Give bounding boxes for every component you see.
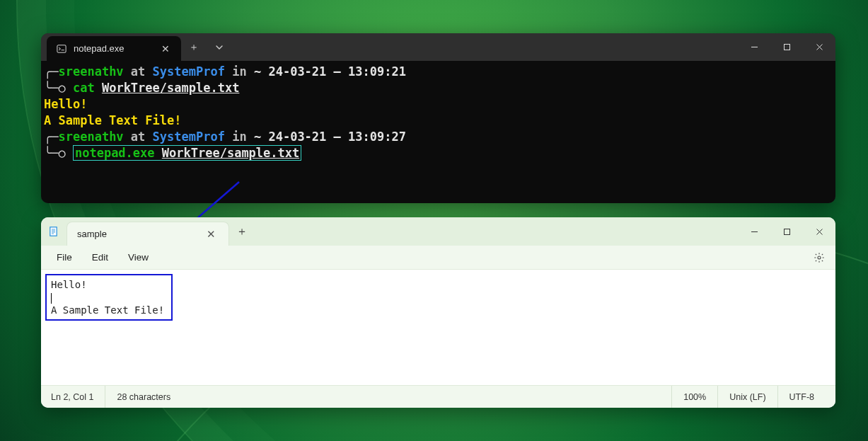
- svg-rect-0: [57, 45, 66, 52]
- svg-rect-4: [51, 228, 57, 236]
- new-tab-button[interactable]: ＋: [229, 217, 255, 246]
- settings-button[interactable]: [810, 248, 828, 267]
- status-zoom[interactable]: 100%: [671, 386, 717, 408]
- new-tab-button[interactable]: ＋: [181, 33, 207, 61]
- titlebar-spacer[interactable]: [232, 33, 738, 61]
- maximize-button[interactable]: [770, 217, 803, 246]
- terminal-tab-title: notepad.exe: [74, 43, 125, 54]
- terminal-window: notepad.exe ✕ ＋ ╭─sreenathv at SystemPro…: [41, 33, 835, 203]
- close-tab-button[interactable]: ✕: [204, 227, 219, 242]
- minimize-button[interactable]: [738, 33, 770, 61]
- terminal-tab[interactable]: notepad.exe ✕: [47, 36, 181, 61]
- notepad-tab-title: sample: [77, 229, 107, 239]
- terminal-body[interactable]: ╭─sreenathv at SystemProf in ~ 24-03-21 …: [41, 61, 835, 203]
- prompt-line-2: ╭─sreenathv at SystemProf in ~ 24-03-21 …: [44, 129, 833, 145]
- menu-view[interactable]: View: [120, 248, 157, 266]
- menu-edit[interactable]: Edit: [83, 248, 117, 266]
- terminal-output-line: Hello!: [44, 96, 833, 113]
- status-encoding[interactable]: UTF-8: [777, 386, 826, 408]
- svg-rect-1: [784, 45, 789, 50]
- notepad-editor[interactable]: Hello! A Sample Text File!: [41, 270, 835, 385]
- terminal-output-line: A Sample Text File!: [44, 113, 833, 129]
- prompt-line-1: ╭─sreenathv at SystemProf in ~ 24-03-21 …: [44, 64, 833, 80]
- close-tab-button[interactable]: ✕: [158, 40, 173, 57]
- command-line-1: ╰─○ cat WorkTree/sample.txt: [44, 80, 833, 96]
- terminal-icon: [57, 44, 66, 54]
- svg-point-6: [818, 256, 821, 259]
- notepad-menubar: File Edit View: [41, 246, 835, 270]
- close-button[interactable]: [803, 33, 835, 61]
- status-line-ending[interactable]: Unix (LF): [717, 386, 777, 408]
- terminal-titlebar[interactable]: notepad.exe ✕ ＋: [41, 33, 835, 61]
- svg-rect-5: [784, 229, 789, 234]
- notepad-titlebar[interactable]: sample ✕ ＋: [41, 217, 835, 246]
- notepad-tab[interactable]: sample ✕: [66, 222, 229, 246]
- notepad-window: sample ✕ ＋ File Edit View Hello! A Sampl…: [41, 217, 835, 408]
- status-char-count: 28 characters: [105, 386, 182, 408]
- menu-file[interactable]: File: [48, 248, 81, 266]
- command-line-2-highlighted: ╰─○ notepad.exe WorkTree/sample.txt: [44, 145, 833, 161]
- editor-content-highlight: Hello! A Sample Text File!: [45, 274, 173, 321]
- titlebar-spacer[interactable]: [255, 217, 738, 246]
- minimize-button[interactable]: [738, 217, 770, 246]
- notepad-app-icon: [41, 217, 66, 246]
- tab-dropdown-button[interactable]: [207, 33, 232, 61]
- close-button[interactable]: [803, 217, 835, 246]
- text-cursor: [51, 293, 52, 304]
- notepad-statusbar: Ln 2, Col 1 28 characters 100% Unix (LF)…: [41, 385, 835, 408]
- maximize-button[interactable]: [770, 33, 803, 61]
- status-cursor-position: Ln 2, Col 1: [51, 386, 105, 408]
